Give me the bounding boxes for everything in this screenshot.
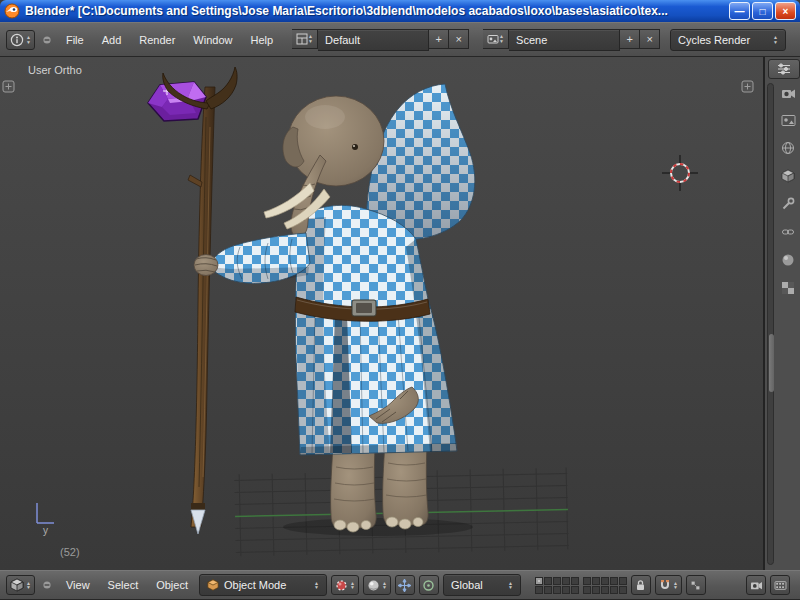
properties-icon — [777, 63, 791, 75]
camera-icon — [750, 580, 763, 591]
viewport-shading-dropdown[interactable]: ▲▼ — [363, 575, 391, 595]
pivot-cursor-icon — [335, 579, 348, 592]
menu-add[interactable]: Add — [95, 31, 129, 49]
scene-add-button[interactable]: + — [620, 29, 640, 49]
chevron-updown-icon: ▲▼ — [314, 581, 319, 590]
menu-file[interactable]: File — [59, 31, 91, 49]
chevron-updown-icon: ▲▼ — [26, 581, 31, 590]
transform-orientation-dropdown[interactable]: Global ▲▼ — [443, 574, 521, 596]
scene-name-field[interactable]: Scene — [509, 29, 620, 51]
layer-toggle[interactable] — [592, 586, 600, 594]
screen-name-field[interactable]: Default — [318, 29, 429, 51]
axis-y-label: y — [43, 525, 48, 536]
shading-sphere-icon — [367, 579, 380, 592]
screen-browse-button[interactable]: ▲▼ — [292, 29, 318, 49]
minimize-button[interactable]: — — [729, 2, 750, 20]
eye — [352, 144, 358, 150]
scrollbar-thumb[interactable] — [769, 334, 774, 392]
layer-toggle[interactable] — [535, 577, 543, 585]
collapse-icon — [42, 580, 52, 590]
properties-panel — [764, 57, 800, 570]
texture-tab-icon[interactable] — [781, 281, 795, 295]
toolshelf-expand-icon[interactable] — [3, 81, 14, 92]
rotate-manipulator-icon — [422, 579, 435, 592]
menu-view[interactable]: View — [59, 576, 97, 594]
scene-browse-button[interactable]: ▲▼ — [483, 29, 509, 49]
chevron-updown-icon: ▲▼ — [508, 581, 513, 590]
layer-toggle[interactable] — [544, 577, 552, 585]
blender-window: { "window": { "title": "Blender* [C:\\Do… — [0, 0, 800, 600]
snap-increment-icon — [690, 580, 701, 591]
manipulator-rotate-button[interactable] — [419, 575, 439, 595]
menu-window[interactable]: Window — [186, 31, 239, 49]
lock-icon — [635, 579, 646, 591]
properties-expand-icon[interactable] — [742, 81, 753, 92]
collapse-menus-button[interactable] — [39, 30, 55, 50]
info-icon — [10, 33, 24, 47]
frame-indicator: (52) — [60, 546, 80, 558]
render-engine-dropdown[interactable]: Cycles Render ▲▼ — [670, 29, 786, 51]
mode-dropdown[interactable]: Object Mode ▲▼ — [199, 574, 327, 596]
scene-tab-icon[interactable] — [781, 114, 796, 127]
chevron-updown-icon: ▲▼ — [26, 35, 31, 44]
layer-toggle[interactable] — [619, 577, 627, 585]
opengl-render-button[interactable] — [746, 575, 766, 595]
layer-toggle[interactable] — [583, 577, 591, 585]
blender-app-icon — [4, 3, 20, 19]
snap-toggle-button[interactable]: ▲▼ — [655, 575, 682, 595]
collapse-icon — [42, 35, 52, 45]
editor-type-button[interactable]: ▲▼ — [6, 30, 35, 50]
properties-scrollbar[interactable] — [767, 83, 774, 565]
layer-toggle[interactable] — [562, 586, 570, 594]
layer-toggle[interactable] — [553, 577, 561, 585]
editor-type-button[interactable]: ▲▼ — [6, 575, 35, 595]
layer-toggle[interactable] — [571, 577, 579, 585]
layer-toggle[interactable] — [610, 577, 618, 585]
layer-toggle[interactable] — [592, 577, 600, 585]
window-titlebar[interactable]: Blender* [C:\Documents and Settings\Jose… — [0, 0, 800, 22]
modifiers-tab-icon[interactable] — [781, 197, 795, 211]
chevron-updown-icon: ▲▼ — [773, 35, 778, 44]
collapse-menus-button[interactable] — [39, 575, 55, 595]
layer-toggle[interactable] — [601, 586, 609, 594]
layer-toggle[interactable] — [544, 586, 552, 594]
layer-toggle[interactable] — [571, 586, 579, 594]
opengl-render-anim-button[interactable] — [770, 575, 790, 595]
snap-element-button[interactable] — [686, 575, 706, 595]
menu-render[interactable]: Render — [132, 31, 182, 49]
menu-select[interactable]: Select — [101, 576, 146, 594]
screen-layout-icon — [296, 33, 308, 45]
render-tab-icon[interactable] — [781, 87, 796, 100]
manipulator-translate-button[interactable] — [395, 575, 415, 595]
properties-editor-type-button[interactable] — [768, 59, 800, 79]
magnet-icon — [659, 579, 671, 591]
screen-delete-button[interactable]: × — [449, 29, 469, 49]
layer-toggle[interactable] — [562, 577, 570, 585]
ground-shadow — [283, 518, 473, 536]
constraints-tab-icon[interactable] — [781, 225, 795, 239]
camera-film-icon — [774, 580, 787, 591]
layer-toggle[interactable] — [535, 586, 543, 594]
info-header: ▲▼ File Add Render Window Help ▲▼ Defaul… — [0, 22, 800, 57]
material-tab-icon[interactable] — [781, 253, 795, 267]
layer-toggle[interactable] — [619, 586, 627, 594]
object-tab-icon[interactable] — [781, 169, 795, 183]
layer-toggle[interactable] — [610, 586, 618, 594]
maximize-button[interactable]: □ — [752, 2, 773, 20]
layer-toggle[interactable] — [583, 586, 591, 594]
scene-delete-button[interactable]: × — [640, 29, 660, 49]
layer-toggle[interactable] — [601, 577, 609, 585]
menu-help[interactable]: Help — [243, 31, 280, 49]
menu-object[interactable]: Object — [149, 576, 195, 594]
viewport-3d[interactable]: y User Ortho (52) — [0, 57, 764, 570]
view3d-editor-icon — [10, 578, 24, 592]
screen-add-button[interactable]: + — [429, 29, 449, 49]
object-mode-icon — [207, 579, 219, 591]
gripping-hand — [194, 255, 218, 276]
layer-toggle[interactable] — [553, 586, 561, 594]
layer-buttons[interactable] — [535, 577, 627, 594]
world-tab-icon[interactable] — [781, 141, 795, 155]
close-button[interactable]: × — [775, 2, 796, 20]
pivot-center-dropdown[interactable]: ▲▼ — [331, 575, 359, 595]
lock-to-scene-button[interactable] — [631, 575, 651, 595]
